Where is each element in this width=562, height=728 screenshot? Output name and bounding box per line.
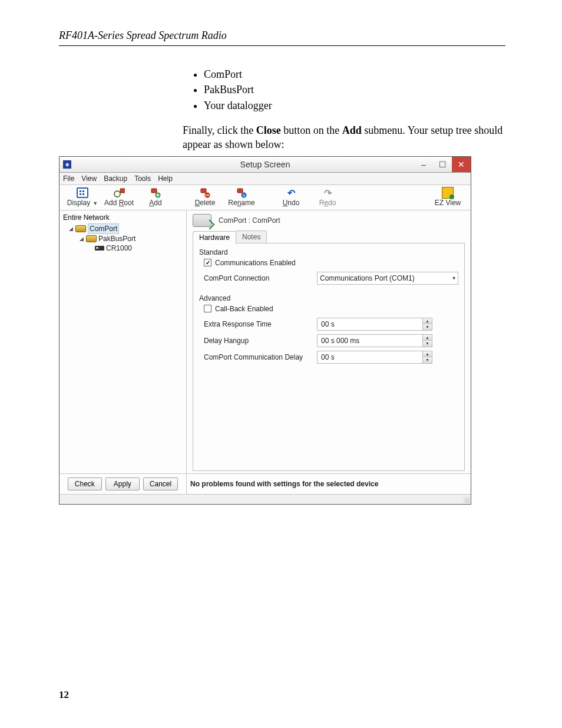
minimize-button[interactable]: – [414,157,433,172]
svg-text:N: N [242,193,245,197]
add-root-button[interactable]: Add Root [101,187,137,207]
communications-enabled-checkbox[interactable] [204,259,211,266]
status-message: No problems found with settings for the … [187,474,471,494]
svg-rect-1 [120,189,125,193]
menu-backup[interactable]: Backup [104,174,127,183]
undo-icon: ↶ [285,187,297,198]
bullet-list: ComPort PakBusPort Your datalogger [204,67,505,113]
expand-icon[interactable]: ◢ [69,224,74,233]
ez-view-icon [442,187,454,199]
svg-rect-6 [237,189,243,193]
section-standard: Standard [199,248,458,256]
detail-header: ComPort : ComPort [219,216,280,225]
tree-node-pakbusport[interactable]: ◢ PakBusPort [80,234,183,243]
display-icon [77,187,88,198]
rename-button[interactable]: N Rename [223,187,260,207]
add-button[interactable]: Add [137,187,174,207]
comport-large-icon [193,214,211,227]
delay-hangup-label: Delay Hangup [199,337,317,345]
delete-icon [199,187,211,198]
menubar: File View Backup Tools Help [59,173,471,185]
maximize-button[interactable]: ☐ [433,157,452,172]
close-button[interactable]: ✕ [452,157,471,172]
menu-file[interactable]: File [63,174,74,183]
chevron-down-icon: ▾ [452,275,455,281]
display-button[interactable]: Display▼ [64,187,101,207]
spin-up-icon[interactable]: ▲ [422,351,432,358]
communications-enabled-label: Communications Enabled [215,259,296,267]
expand-icon[interactable]: ◢ [80,234,84,243]
app-icon: ✶ [63,160,71,169]
comport-icon [75,225,86,232]
check-button[interactable]: Check [68,477,102,490]
menu-tools[interactable]: Tools [134,174,151,183]
instruction-paragraph: Finally, click the Close button on the A… [183,123,505,152]
apply-button[interactable]: Apply [105,477,140,490]
callback-enabled-label: Call-Back Enabled [215,305,273,313]
redo-icon: ↷ [322,187,333,198]
device-tree: Entire Network ◢ ComPort ◢ PakBusPort CR… [59,210,187,473]
header-rule [59,45,505,46]
toolbar: Display▼ Add Root Add Delete [59,185,471,210]
svg-point-0 [114,191,120,197]
tree-node-cr1000[interactable]: CR1000 [95,243,183,253]
statusbar [59,494,471,504]
comport-comm-delay-input[interactable]: 00 s ▲▼ [317,351,432,364]
page-number: 12 [59,689,69,701]
datalogger-icon [95,246,104,251]
undo-button[interactable]: ↶ Undo [273,187,309,207]
section-advanced: Advanced [199,294,458,302]
redo-button[interactable]: ↷ Redo [309,187,346,207]
menu-view[interactable]: View [81,174,97,183]
extra-response-time-input[interactable]: 00 s ▲▼ [317,318,432,331]
spin-up-icon[interactable]: ▲ [422,335,432,341]
bullet-item: Your datalogger [204,98,505,113]
spin-down-icon[interactable]: ▼ [422,341,432,347]
running-head: RF401A-Series Spread Spectrum Radio [59,29,505,42]
tree-root[interactable]: Entire Network [63,213,183,222]
add-root-icon [113,187,125,198]
ez-view-button[interactable]: EZ View [429,187,466,207]
titlebar: ✶ Setup Screen – ☐ ✕ [59,157,471,173]
cancel-button[interactable]: Cancel [143,477,178,490]
comport-comm-delay-label: ComPort Communication Delay [199,353,317,361]
add-icon [150,187,161,198]
rename-icon: N [236,187,247,198]
menu-help[interactable]: Help [158,174,173,183]
pakbusport-icon [86,235,97,242]
delete-button[interactable]: Delete [187,187,223,207]
comport-connection-label: ComPort Connection [199,274,317,282]
svg-rect-4 [201,189,206,193]
bullet-item: ComPort [204,67,505,81]
spin-up-icon[interactable]: ▲ [422,318,432,325]
extra-response-time-label: Extra Response Time [199,320,317,328]
tab-hardware[interactable]: Hardware [193,231,236,243]
comport-connection-select[interactable]: Communications Port (COM1) ▾ [317,272,458,285]
window-title: Setup Screen [59,160,471,169]
spin-down-icon[interactable]: ▼ [422,357,432,363]
svg-rect-2 [151,189,157,193]
setup-screen-window: ✶ Setup Screen – ☐ ✕ File View Backup To… [59,156,471,504]
callback-enabled-checkbox[interactable] [204,305,211,312]
tab-notes[interactable]: Notes [236,230,267,243]
delay-hangup-input[interactable]: 00 s 000 ms ▲▼ [317,334,432,347]
detail-pane: ComPort : ComPort Hardware Notes Standar… [187,210,471,473]
tree-node-comport[interactable]: ◢ ComPort [69,223,183,234]
spin-down-icon[interactable]: ▼ [422,324,432,330]
bullet-item: PakBusPort [204,83,505,97]
